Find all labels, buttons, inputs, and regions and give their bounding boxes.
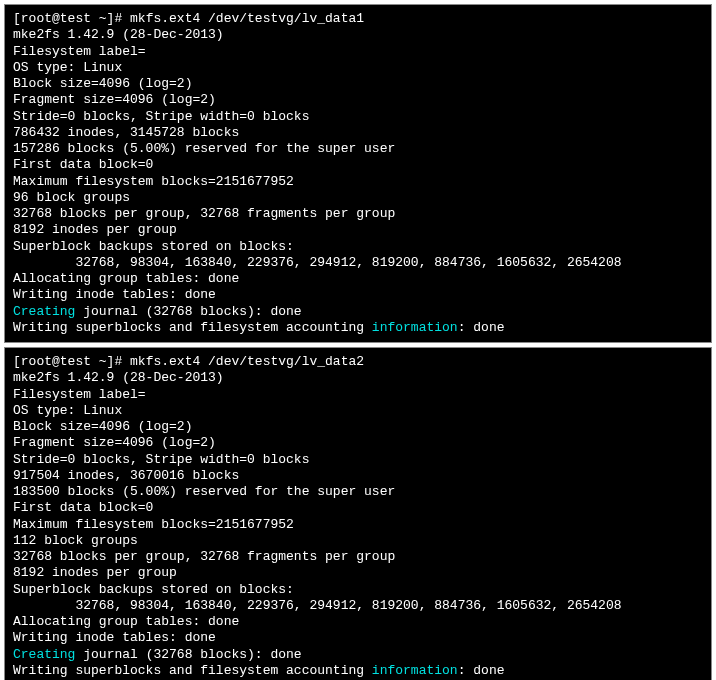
output-line: 32768, 98304, 163840, 229376, 294912, 81… [13,255,703,271]
output-line: Maximum filesystem blocks=2151677952 [13,517,703,533]
output-line: 157286 blocks (5.00%) reserved for the s… [13,141,703,157]
writing-text: Writing superblocks and filesystem accou… [13,320,372,335]
shell-prompt: [root@test ~]# [13,354,130,369]
output-line: Writing inode tables: done [13,630,703,646]
output-line: Stride=0 blocks, Stripe width=0 blocks [13,109,703,125]
output-line: 32768 blocks per group, 32768 fragments … [13,549,703,565]
output-line: Writing superblocks and filesystem accou… [13,663,703,679]
journal-text: journal (32768 blocks): done [75,304,301,319]
output-line: 112 block groups [13,533,703,549]
terminal-output-1[interactable]: [root@test ~]# mkfs.ext4 /dev/testvg/lv_… [4,4,712,343]
output-line: Block size=4096 (log=2) [13,419,703,435]
output-line: Creating journal (32768 blocks): done [13,647,703,663]
output-line: Creating journal (32768 blocks): done [13,304,703,320]
shell-prompt: [root@test ~]# [13,11,130,26]
output-line: Allocating group tables: done [13,614,703,630]
output-line: 183500 blocks (5.00%) reserved for the s… [13,484,703,500]
output-line: Filesystem label= [13,44,703,60]
information-keyword: information [372,320,458,335]
creating-keyword: Creating [13,304,75,319]
output-line: Fragment size=4096 (log=2) [13,435,703,451]
command-text: mkfs.ext4 /dev/testvg/lv_data2 [130,354,364,369]
output-line: mke2fs 1.42.9 (28-Dec-2013) [13,370,703,386]
prompt-line: [root@test ~]# mkfs.ext4 /dev/testvg/lv_… [13,354,703,370]
writing-text: Writing superblocks and filesystem accou… [13,663,372,678]
output-line: Allocating group tables: done [13,271,703,287]
output-line: 32768, 98304, 163840, 229376, 294912, 81… [13,598,703,614]
output-line: OS type: Linux [13,60,703,76]
output-line: Block size=4096 (log=2) [13,76,703,92]
done-text: : done [458,320,505,335]
output-line: 8192 inodes per group [13,222,703,238]
output-line: Maximum filesystem blocks=2151677952 [13,174,703,190]
prompt-line: [root@test ~]# mkfs.ext4 /dev/testvg/lv_… [13,11,703,27]
output-line: OS type: Linux [13,403,703,419]
output-line: Superblock backups stored on blocks: [13,582,703,598]
output-line: 786432 inodes, 3145728 blocks [13,125,703,141]
output-line: First data block=0 [13,500,703,516]
output-line: Fragment size=4096 (log=2) [13,92,703,108]
output-line: 96 block groups [13,190,703,206]
output-line: mke2fs 1.42.9 (28-Dec-2013) [13,27,703,43]
output-line: Writing inode tables: done [13,287,703,303]
creating-keyword: Creating [13,647,75,662]
output-line: 32768 blocks per group, 32768 fragments … [13,206,703,222]
journal-text: journal (32768 blocks): done [75,647,301,662]
output-line: Filesystem label= [13,387,703,403]
terminal-output-2[interactable]: [root@test ~]# mkfs.ext4 /dev/testvg/lv_… [4,347,712,680]
output-line: 8192 inodes per group [13,565,703,581]
done-text: : done [458,663,505,678]
output-line: Writing superblocks and filesystem accou… [13,320,703,336]
command-text: mkfs.ext4 /dev/testvg/lv_data1 [130,11,364,26]
output-line: Superblock backups stored on blocks: [13,239,703,255]
output-line: First data block=0 [13,157,703,173]
output-line: Stride=0 blocks, Stripe width=0 blocks [13,452,703,468]
information-keyword: information [372,663,458,678]
output-line: 917504 inodes, 3670016 blocks [13,468,703,484]
